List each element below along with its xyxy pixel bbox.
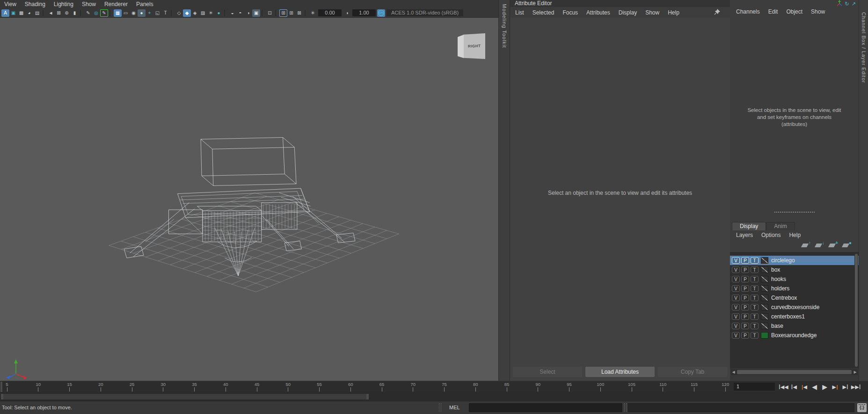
gate-mask-icon[interactable]: ● [138,9,146,17]
ambient-occlusion-icon[interactable]: ◑ [244,9,252,17]
layer-row-holders[interactable]: VPTholders [730,284,859,293]
layer-row-box[interactable]: VPTbox [730,265,859,274]
menu-view[interactable]: View [0,0,21,8]
play-forwards-button[interactable]: ▶ [820,382,830,392]
layer-visibility-toggle[interactable]: V [732,257,740,264]
layer-display-type-toggle[interactable]: T [751,295,759,301]
menu-show[interactable]: Show [641,8,664,17]
range-slider[interactable] [0,392,868,401]
viewcube-side-face[interactable] [458,35,464,58]
filmstrip-icon[interactable]: ▤ [33,9,41,17]
layer-display-type-toggle[interactable]: T [751,276,759,282]
default-material-icon[interactable]: ● [215,9,223,17]
menu-options[interactable]: Options [757,231,785,239]
viewcube[interactable]: RIGHT [458,33,487,59]
layer-display-type-toggle[interactable]: T [751,304,759,310]
menu-layers[interactable]: Layers [732,231,757,239]
layer-row-Boxesaroundedge[interactable]: VPTBoxesaroundedge [730,331,859,340]
menu-list[interactable]: List [511,8,528,17]
create-empty-layer-icon[interactable]: + [828,241,839,249]
viewcube-front-face[interactable]: RIGHT [464,33,485,59]
panel-splitter-handle[interactable] [774,212,815,213]
viewport-canvas[interactable]: RIGHT [0,18,498,381]
grease-pencil-icon[interactable]: ✎ [100,9,108,17]
select-cursor-icon[interactable]: ⊡ [266,9,274,17]
axis-tripod-icon[interactable] [836,0,843,8]
layer-color-swatch[interactable] [761,304,768,310]
layer-playback-toggle[interactable]: P [741,332,749,339]
menu-renderer[interactable]: Renderer [100,0,132,8]
airbrush-icon[interactable]: ✎ [84,9,92,17]
command-line-grip[interactable] [439,403,441,412]
step-forward-key-button[interactable]: ▶| [831,382,840,392]
current-frame-field[interactable]: 1 [734,383,775,391]
menu-selected[interactable]: Selected [528,8,559,17]
go-to-start-button[interactable]: |◀◀ [779,382,788,392]
film-gate-icon[interactable]: ▭ [122,9,130,17]
go-to-end-button[interactable]: ▶▶| [851,382,861,392]
layer-visibility-toggle[interactable]: V [732,313,740,320]
select-camera-icon[interactable]: ◄ [47,9,55,17]
layer-visibility-toggle[interactable]: V [732,276,740,282]
color-management-toggle[interactable]: ON [377,9,385,17]
current-time-indicator[interactable] [0,382,2,392]
time-slider-ticks[interactable]: 5101520253035404550556065707580859095100… [0,381,730,392]
attribute-editor-title[interactable]: Attribute Editor [510,0,730,7]
range-slider-bar[interactable] [1,394,369,399]
move-layer-up-icon[interactable]: ↑ [801,241,811,249]
layer-visibility-toggle[interactable]: V [732,323,740,329]
exposure-field[interactable]: 0.00 [318,9,342,16]
step-back-frame-button[interactable]: |◀ [789,382,799,392]
step-back-key-button[interactable]: |◀ [800,382,809,392]
scrollbar-thumb[interactable] [737,370,852,374]
menu-help[interactable]: Help [785,231,805,239]
menu-shading[interactable]: Shading [21,0,50,8]
mel-command-input[interactable] [469,403,622,412]
time-slider[interactable]: 5101520253035404550556065707580859095100… [0,381,868,392]
wireframe-on-shaded-icon[interactable]: ▨ [199,9,207,17]
layer-playback-toggle[interactable]: P [741,304,749,310]
rotate-circle-icon[interactable]: ↻ [845,0,849,7]
create-layer-from-selected-icon[interactable]: ● [842,241,852,249]
copy-tab-button[interactable]: Copy Tab [658,367,727,377]
contrast-icon[interactable]: ◑ [343,9,351,17]
layer-color-swatch[interactable] [761,295,768,301]
layer-display-type-toggle[interactable]: T [751,313,759,320]
marquee-square-icon[interactable]: ▣ [9,9,17,17]
overlap-squares-icon[interactable]: ⊞ [287,9,295,17]
layer-list-horizontal-scrollbar[interactable]: ◀ ▶ [730,369,858,375]
layer-row-circlelego[interactable]: VPTcirclelego [730,256,859,265]
layer-visibility-toggle[interactable]: V [732,285,740,292]
anti-aliasing-icon[interactable]: ▣ [252,9,260,17]
layer-color-swatch[interactable] [761,276,768,282]
view-transform-field[interactable]: ACES 1.0 SDR-video (sRGB) [387,9,463,16]
motion-blur-icon[interactable]: ◓ [236,9,244,17]
graph-arrow-icon[interactable]: ↗ [852,0,856,7]
layer-display-type-toggle[interactable]: T [751,285,759,292]
layer-list-vertical-scrollbar[interactable] [854,253,858,368]
scroll-left-icon[interactable]: ◀ [730,370,737,374]
layer-row-centerboxes1[interactable]: VPTcenterboxes1 [730,312,859,321]
layer-row-curvedboxesonside[interactable]: VPTcurvedboxesonside [730,303,859,312]
layer-color-swatch[interactable] [761,332,768,339]
layer-color-swatch[interactable] [761,323,768,329]
layer-color-swatch[interactable] [761,266,768,273]
layer-visibility-toggle[interactable]: V [732,332,740,339]
menu-channels[interactable]: Channels [732,7,764,16]
modeling-toolkit-tab[interactable]: Modeling Toolkit [498,0,510,381]
layer-visibility-toggle[interactable]: V [732,304,740,310]
letter-a-icon[interactable]: A [1,9,9,17]
layer-color-swatch[interactable] [761,257,768,264]
field-chart-icon[interactable]: + [146,9,153,17]
layer-color-swatch[interactable] [761,313,768,320]
layer-visibility-toggle[interactable]: V [732,295,740,301]
safe-action-icon[interactable]: ◱ [153,9,161,17]
step-forward-frame-button[interactable]: ▶| [841,382,850,392]
select-button[interactable]: Select [513,367,582,377]
layer-playback-toggle[interactable]: P [741,323,749,329]
layer-playback-toggle[interactable]: P [741,257,749,264]
layer-row-hooks[interactable]: VPThooks [730,274,859,284]
mel-toggle[interactable]: MEL [449,405,460,410]
play-backwards-button[interactable]: ◀ [810,382,819,392]
menu-show[interactable]: Show [807,7,829,16]
